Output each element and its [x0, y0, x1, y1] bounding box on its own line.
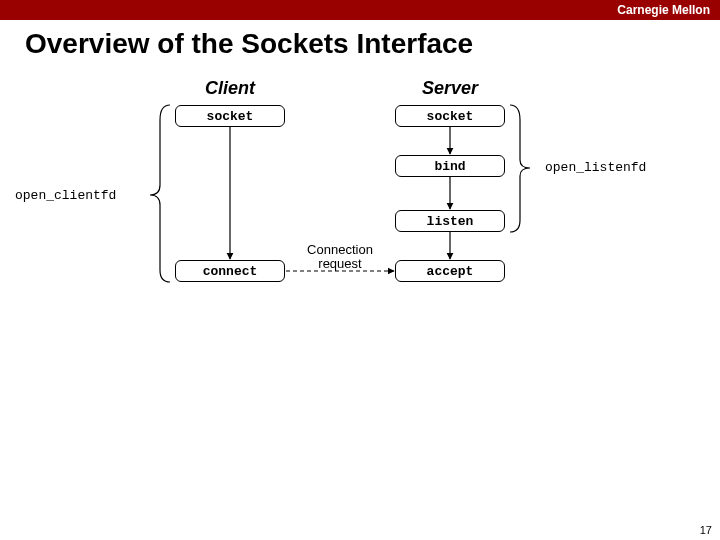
client-connect-box: connect: [175, 260, 285, 282]
server-listen-box: listen: [395, 210, 505, 232]
open-clientfd-label: open_clientfd: [15, 188, 116, 203]
connection-request-label: Connection request: [300, 243, 380, 271]
server-accept-box: accept: [395, 260, 505, 282]
slide-title: Overview of the Sockets Interface: [25, 28, 473, 60]
client-socket-box: socket: [175, 105, 285, 127]
page-number: 17: [700, 524, 712, 536]
server-bind-box: bind: [395, 155, 505, 177]
server-socket-box: socket: [395, 105, 505, 127]
client-column-header: Client: [170, 78, 290, 99]
header-bar: Carnegie Mellon: [0, 0, 720, 20]
brand-text: Carnegie Mellon: [617, 3, 710, 17]
server-column-header: Server: [390, 78, 510, 99]
open-listenfd-label: open_listenfd: [545, 160, 646, 175]
